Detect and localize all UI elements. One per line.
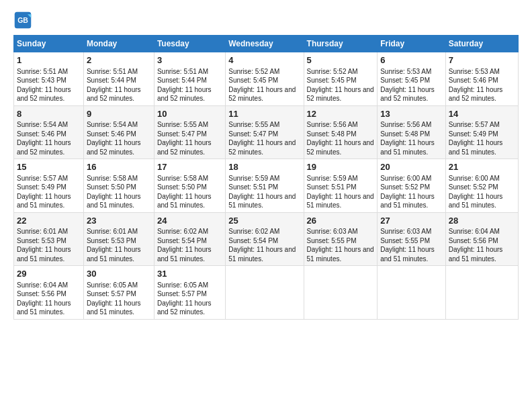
calendar-cell: 4Sunrise: 5:52 AMSunset: 5:45 PMDaylight…	[226, 52, 304, 106]
daylight-label: Daylight: 11 hours and 52 minutes.	[157, 139, 212, 156]
daylight-label: Daylight: 11 hours and 52 minutes.	[307, 139, 374, 156]
sunrise-label: Sunrise: 6:05 AM	[157, 281, 208, 289]
calendar-cell: 20Sunrise: 6:00 AMSunset: 5:52 PMDayligh…	[378, 159, 446, 213]
sunset-label: Sunset: 5:46 PM	[17, 130, 66, 138]
day-number: 8	[17, 108, 81, 120]
calendar-cell: 18Sunrise: 5:59 AMSunset: 5:51 PMDayligh…	[226, 159, 304, 213]
sunset-label: Sunset: 5:55 PM	[380, 237, 430, 244]
sunrise-label: Sunrise: 6:04 AM	[17, 281, 68, 289]
day-number: 12	[307, 108, 375, 120]
daylight-label: Daylight: 11 hours and 51 minutes.	[87, 193, 141, 210]
sunset-label: Sunset: 5:45 PM	[307, 77, 357, 84]
sunset-label: Sunset: 5:52 PM	[449, 183, 498, 191]
day-number: 6	[380, 54, 443, 66]
daylight-label: Daylight: 11 hours and 51 minutes.	[449, 246, 503, 263]
sunset-label: Sunset: 5:45 PM	[228, 77, 278, 84]
sunrise-label: Sunrise: 5:58 AM	[157, 175, 208, 182]
daylight-label: Daylight: 11 hours and 51 minutes.	[449, 139, 503, 156]
sunrise-label: Sunrise: 6:01 AM	[87, 228, 138, 235]
calendar-cell: 24Sunrise: 6:02 AMSunset: 5:54 PMDayligh…	[154, 212, 225, 266]
daylight-label: Daylight: 11 hours and 51 minutes.	[380, 246, 435, 263]
sunset-label: Sunset: 5:43 PM	[17, 77, 66, 84]
daylight-label: Daylight: 11 hours and 52 minutes.	[17, 86, 71, 103]
daylight-label: Daylight: 11 hours and 51 minutes.	[17, 246, 71, 263]
day-number: 21	[449, 161, 515, 173]
sunrise-label: Sunrise: 6:01 AM	[17, 228, 68, 235]
daylight-label: Daylight: 11 hours and 51 minutes.	[380, 139, 435, 156]
daylight-label: Daylight: 11 hours and 52 minutes.	[228, 139, 296, 156]
day-number: 11	[228, 108, 300, 120]
header-monday: Monday	[83, 36, 154, 52]
daylight-label: Daylight: 11 hours and 51 minutes.	[157, 193, 212, 210]
sunrise-label: Sunrise: 5:58 AM	[87, 175, 138, 182]
calendar-cell: 7Sunrise: 5:53 AMSunset: 5:46 PMDaylight…	[445, 52, 518, 106]
daylight-label: Daylight: 11 hours and 51 minutes.	[380, 193, 435, 210]
calendar-cell: 14Sunrise: 5:57 AMSunset: 5:49 PMDayligh…	[445, 105, 518, 159]
day-number: 3	[157, 54, 222, 66]
header-row: SundayMondayTuesdayWednesdayThursdayFrid…	[14, 36, 519, 52]
day-number: 19	[307, 161, 375, 173]
page: GB SundayMondayTuesdayWednesdayThursdayF…	[0, 0, 532, 411]
daylight-label: Daylight: 11 hours and 52 minutes.	[87, 86, 141, 103]
daylight-label: Daylight: 11 hours and 51 minutes.	[17, 193, 71, 210]
daylight-label: Daylight: 11 hours and 52 minutes.	[380, 86, 435, 103]
sunset-label: Sunset: 5:47 PM	[157, 130, 207, 138]
daylight-label: Daylight: 11 hours and 51 minutes.	[17, 300, 71, 316]
sunrise-label: Sunrise: 5:57 AM	[17, 175, 68, 182]
day-number: 14	[449, 108, 515, 120]
daylight-label: Daylight: 11 hours and 52 minutes.	[449, 86, 503, 103]
calendar-cell: 2Sunrise: 5:51 AMSunset: 5:44 PMDaylight…	[83, 52, 154, 106]
week-row-4: 29Sunrise: 6:04 AMSunset: 5:56 PMDayligh…	[14, 266, 519, 320]
week-row-0: 1Sunrise: 5:51 AMSunset: 5:43 PMDaylight…	[14, 52, 519, 106]
daylight-label: Daylight: 11 hours and 51 minutes.	[87, 300, 141, 316]
calendar-cell	[445, 266, 518, 320]
calendar-cell: 3Sunrise: 5:51 AMSunset: 5:44 PMDaylight…	[154, 52, 225, 106]
calendar-cell: 19Sunrise: 5:59 AMSunset: 5:51 PMDayligh…	[304, 159, 378, 213]
sunset-label: Sunset: 5:55 PM	[307, 237, 357, 244]
calendar-cell: 5Sunrise: 5:52 AMSunset: 5:45 PMDaylight…	[304, 52, 378, 106]
calendar-cell: 15Sunrise: 5:57 AMSunset: 5:49 PMDayligh…	[14, 159, 84, 213]
daylight-label: Daylight: 11 hours and 52 minutes.	[157, 86, 212, 103]
sunset-label: Sunset: 5:53 PM	[17, 237, 66, 244]
sunset-label: Sunset: 5:50 PM	[87, 183, 136, 191]
day-number: 31	[157, 268, 222, 280]
day-number: 16	[87, 161, 151, 173]
sunset-label: Sunset: 5:51 PM	[307, 183, 357, 191]
day-number: 26	[307, 215, 375, 227]
sunrise-label: Sunrise: 5:59 AM	[228, 175, 279, 182]
calendar-cell: 16Sunrise: 5:58 AMSunset: 5:50 PMDayligh…	[83, 159, 154, 213]
logo: GB	[13, 11, 35, 30]
day-number: 17	[157, 161, 222, 173]
day-number: 23	[87, 215, 151, 227]
day-number: 7	[449, 54, 515, 66]
calendar-cell: 13Sunrise: 5:56 AMSunset: 5:48 PMDayligh…	[378, 105, 446, 159]
calendar-cell: 6Sunrise: 5:53 AMSunset: 5:45 PMDaylight…	[378, 52, 446, 106]
sunset-label: Sunset: 5:54 PM	[157, 237, 207, 244]
sunset-label: Sunset: 5:56 PM	[17, 290, 66, 298]
sunrise-label: Sunrise: 5:56 AM	[380, 121, 431, 128]
day-number: 10	[157, 108, 222, 120]
day-number: 2	[87, 54, 151, 66]
daylight-label: Daylight: 11 hours and 52 minutes.	[157, 300, 212, 316]
sunset-label: Sunset: 5:54 PM	[228, 237, 278, 244]
sunrise-label: Sunrise: 5:53 AM	[449, 68, 500, 75]
daylight-label: Daylight: 11 hours and 51 minutes.	[157, 246, 212, 263]
daylight-label: Daylight: 11 hours and 51 minutes.	[449, 193, 503, 210]
day-number: 9	[87, 108, 151, 120]
header-thursday: Thursday	[304, 36, 378, 52]
sunrise-label: Sunrise: 5:52 AM	[228, 68, 279, 75]
sunset-label: Sunset: 5:48 PM	[380, 130, 430, 138]
week-row-3: 22Sunrise: 6:01 AMSunset: 5:53 PMDayligh…	[14, 212, 519, 266]
day-number: 22	[17, 215, 81, 227]
day-number: 5	[307, 54, 375, 66]
day-number: 1	[17, 54, 81, 66]
sunrise-label: Sunrise: 5:56 AM	[307, 121, 358, 128]
calendar-cell: 25Sunrise: 6:02 AMSunset: 5:54 PMDayligh…	[226, 212, 304, 266]
sunrise-label: Sunrise: 6:03 AM	[307, 228, 358, 235]
sunset-label: Sunset: 5:44 PM	[157, 77, 207, 84]
calendar-cell: 21Sunrise: 6:00 AMSunset: 5:52 PMDayligh…	[445, 159, 518, 213]
sunrise-label: Sunrise: 5:51 AM	[87, 68, 138, 75]
day-number: 27	[380, 215, 443, 227]
sunrise-label: Sunrise: 5:51 AM	[17, 68, 68, 75]
calendar-cell: 10Sunrise: 5:55 AMSunset: 5:47 PMDayligh…	[154, 105, 225, 159]
